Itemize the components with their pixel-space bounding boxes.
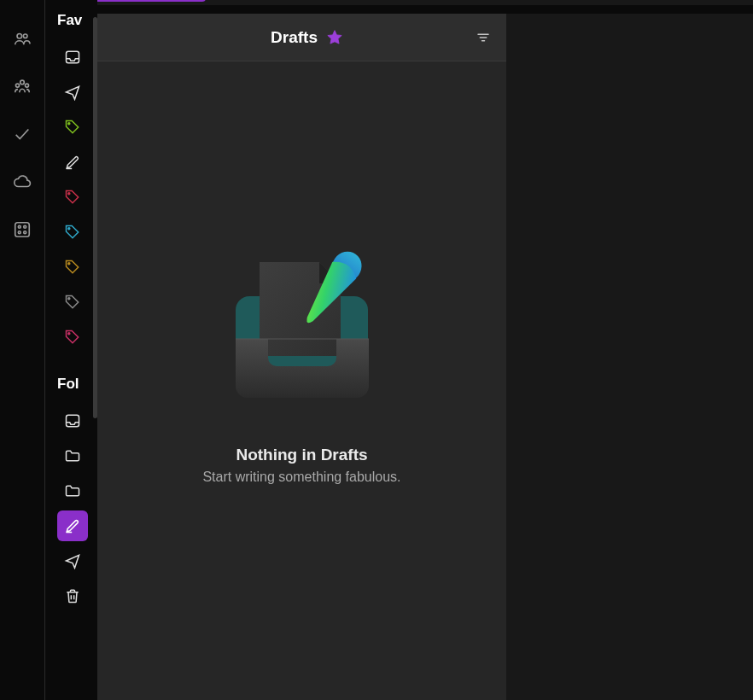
- folder-generic-1[interactable]: [57, 440, 88, 471]
- activity-rail: [0, 0, 45, 700]
- svg-point-12: [68, 193, 70, 195]
- svg-point-1: [23, 34, 27, 38]
- panel-title: Drafts: [271, 28, 318, 47]
- svg-point-4: [25, 84, 28, 87]
- svg-point-11: [68, 123, 70, 125]
- folder-generic-2[interactable]: [57, 475, 88, 506]
- message-list-panel: Drafts: [97, 14, 506, 700]
- svg-point-6: [18, 225, 20, 228]
- svg-point-16: [68, 333, 70, 335]
- svg-point-7: [24, 225, 26, 228]
- favorites-section-label: Fav: [45, 9, 97, 38]
- folder-inbox[interactable]: [57, 405, 88, 436]
- svg-point-13: [68, 228, 70, 230]
- panel-header: Drafts: [97, 14, 506, 61]
- drafts-empty-icon: [217, 241, 388, 411]
- fav-tag-green[interactable]: [57, 112, 88, 143]
- svg-rect-5: [15, 223, 30, 237]
- fav-tag-gray[interactable]: [57, 287, 88, 318]
- fav-inbox[interactable]: [57, 42, 88, 73]
- svg-point-2: [20, 80, 25, 85]
- empty-title: Nothing in Drafts: [236, 446, 367, 464]
- apps-icon[interactable]: [12, 219, 32, 240]
- fav-tag-pink[interactable]: [57, 322, 88, 353]
- filter-icon[interactable]: [476, 30, 491, 45]
- svg-point-15: [68, 298, 70, 300]
- folder-sidebar: Fav Fol: [45, 0, 97, 700]
- svg-point-3: [15, 84, 19, 87]
- task-icon[interactable]: [12, 124, 32, 144]
- svg-point-14: [68, 263, 70, 265]
- fav-tag-red[interactable]: [57, 182, 88, 213]
- empty-state: Nothing in Drafts Start writing somethin…: [97, 61, 506, 700]
- team-icon[interactable]: [12, 76, 32, 96]
- fav-tag-yellow[interactable]: [57, 252, 88, 283]
- fav-tag-cyan[interactable]: [57, 217, 88, 248]
- folders-section-label: Fol: [45, 372, 97, 401]
- cloud-icon[interactable]: [12, 172, 32, 192]
- svg-point-0: [17, 34, 22, 39]
- reading-pane: [506, 14, 753, 700]
- fav-drafts[interactable]: [57, 147, 88, 178]
- fav-sent[interactable]: [57, 77, 88, 108]
- star-icon[interactable]: [326, 29, 343, 46]
- folder-sent[interactable]: [57, 545, 88, 576]
- svg-point-9: [24, 231, 26, 234]
- folder-trash[interactable]: [57, 580, 88, 611]
- contacts-icon[interactable]: [12, 28, 32, 49]
- empty-subtitle: Start writing something fabulous.: [202, 470, 400, 485]
- folder-drafts[interactable]: [57, 510, 88, 541]
- svg-point-8: [18, 231, 20, 234]
